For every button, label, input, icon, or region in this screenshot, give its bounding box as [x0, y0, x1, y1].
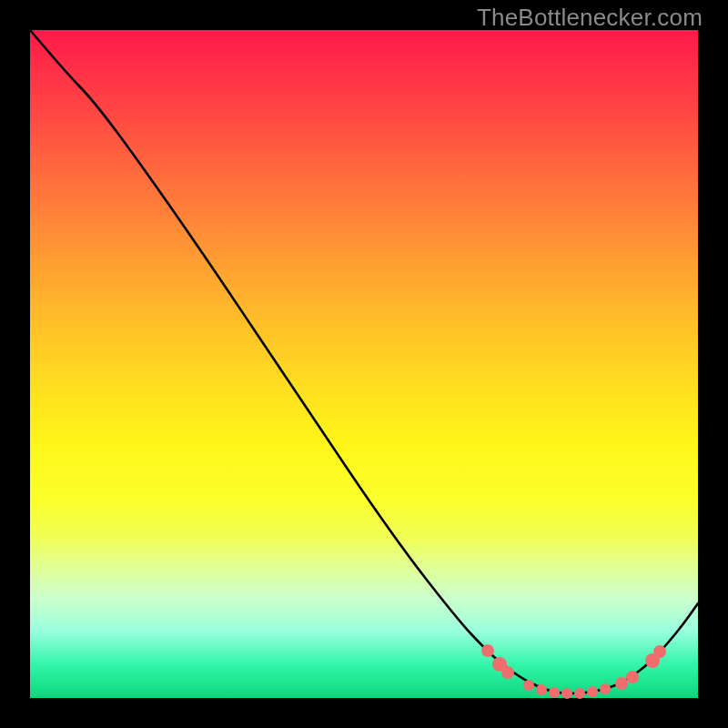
- curve-marker: [501, 666, 514, 679]
- curve-marker: [523, 680, 534, 691]
- chart-overlay: [30, 30, 698, 698]
- watermark-text: TheBottlenecker.com: [477, 4, 703, 32]
- curve-marker: [549, 687, 560, 698]
- curve-marker: [626, 671, 639, 683]
- curve-marker: [561, 688, 572, 699]
- bottleneck-curve: [30, 30, 698, 693]
- curve-marker: [587, 686, 598, 697]
- curve-marker: [536, 684, 547, 695]
- curve-marker: [653, 645, 666, 658]
- curve-marker: [615, 677, 628, 690]
- curve-marker: [574, 688, 585, 699]
- curve-marker: [600, 683, 611, 694]
- curve-marker: [481, 644, 494, 657]
- chart-stage: TheBottlenecker.com: [0, 0, 728, 728]
